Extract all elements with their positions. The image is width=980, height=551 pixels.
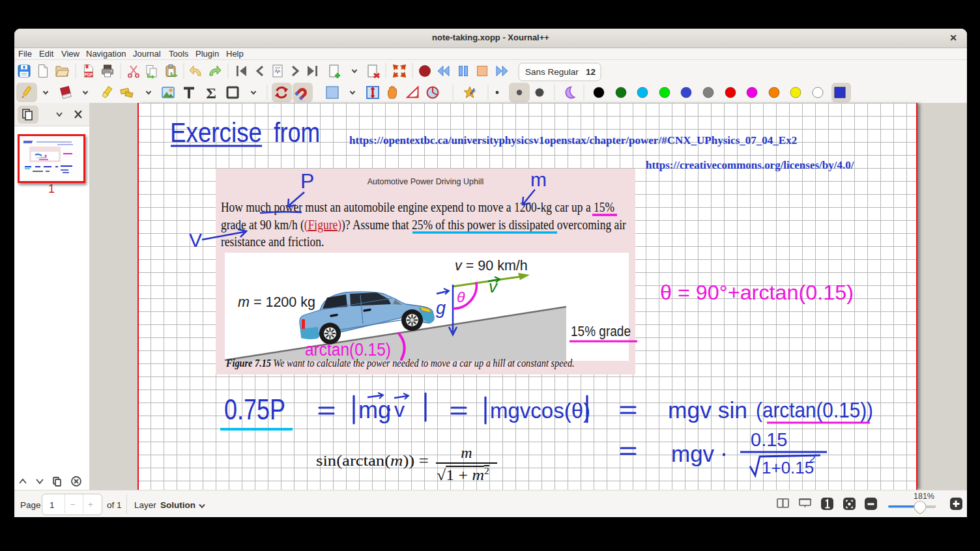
svg-text:0.75P: 0.75P [224, 393, 285, 426]
svg-text:181%: 181% [914, 492, 934, 501]
svg-text:2: 2 [809, 453, 815, 465]
svg-text:0.15: 0.15 [751, 429, 787, 450]
svg-text:mg: mg [358, 397, 391, 423]
svg-text:PDF: PDF [85, 72, 93, 77]
svg-text:Σ: Σ [206, 85, 216, 102]
svg-text:Sans Regular: Sans Regular [525, 67, 579, 77]
svg-text:v: v [394, 398, 405, 421]
svg-text:mgvcos(θ): mgvcos(θ) [490, 399, 590, 423]
svg-text:mgv sin: mgv sin [668, 397, 747, 423]
svg-text:12: 12 [586, 67, 596, 77]
svg-text:mgv: mgv [671, 441, 715, 466]
svg-text:θ = 90°+arctan(0.15): θ = 90°+arctan(0.15) [660, 281, 854, 304]
svg-text:P: P [300, 169, 314, 193]
svg-text:m: m [530, 169, 547, 190]
svg-text:1+0.15: 1+0.15 [762, 458, 814, 477]
svg-text:(arctan(0.15)): (arctan(0.15)) [756, 398, 873, 422]
svg-text:1: 1 [48, 182, 55, 195]
svg-text:V: V [189, 229, 202, 251]
